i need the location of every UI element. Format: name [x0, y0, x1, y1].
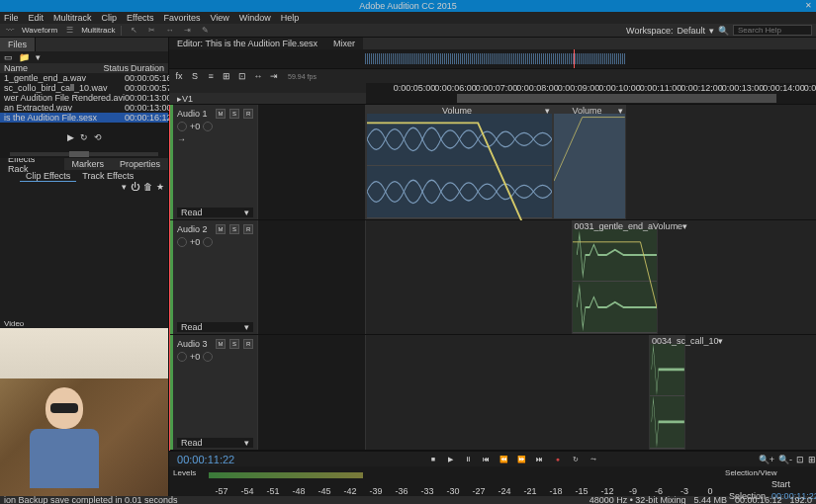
track-name-1[interactable]: Audio 1: [177, 109, 212, 119]
skip-button[interactable]: ⤳: [588, 454, 599, 465]
zoom-fit-icon[interactable]: ⊡: [796, 455, 804, 464]
mute-button[interactable]: M: [216, 339, 226, 349]
waveform-mode-icon[interactable]: 〰: [4, 25, 16, 37]
audio-clip[interactable]: Volume▾: [553, 105, 626, 219]
prev-marker-button[interactable]: ⏮: [481, 454, 493, 465]
waveform-mode-label[interactable]: Waveform: [22, 26, 57, 35]
menu-edit[interactable]: Edit: [29, 13, 45, 23]
solo-button[interactable]: S: [229, 339, 239, 349]
file-row[interactable]: sc_collo_bird_call_10.wav00:00:00:57: [0, 83, 168, 93]
tool-razor-icon[interactable]: ✂: [145, 25, 157, 37]
track-header-1[interactable]: Audio 1 M S R +0 → Read▾: [173, 105, 257, 219]
menu-effects[interactable]: Effects: [127, 13, 153, 23]
track-name-2[interactable]: Audio 2: [177, 224, 212, 234]
file-row[interactable]: wer Audition File Rendered.avi00:00:13:0…: [0, 93, 168, 103]
record-button[interactable]: ●: [552, 454, 564, 465]
multitrack-mode-icon[interactable]: ☰: [63, 25, 75, 37]
multitrack-mode-label[interactable]: Multitrack: [81, 26, 115, 35]
audio-clip[interactable]: 0034_sc_call_10▾: [649, 335, 685, 450]
play-button[interactable]: ▶: [445, 454, 457, 465]
timecode-display[interactable]: 00:00:11:22: [169, 454, 268, 465]
effects-star-icon[interactable]: ★: [156, 182, 164, 192]
search-help-input[interactable]: [733, 25, 812, 36]
new-file-icon[interactable]: ▭: [4, 52, 13, 62]
track-eq-3[interactable]: [257, 335, 366, 450]
play-icon[interactable]: ▶: [67, 132, 74, 142]
menu-file[interactable]: File: [4, 13, 19, 23]
stop-button[interactable]: ■: [427, 454, 439, 465]
track-eq-1[interactable]: [257, 105, 366, 219]
mute-button[interactable]: M: [216, 109, 226, 119]
forward-button[interactable]: ⏩: [516, 454, 528, 465]
video-clip[interactable]: [457, 94, 776, 103]
files-col-status[interactable]: Status: [99, 63, 129, 73]
hud-ripple2-icon[interactable]: ⇥: [268, 71, 280, 81]
video-track-lane[interactable]: [366, 93, 816, 104]
track-header-3[interactable]: Audio 3 M S R +0 Read▾: [173, 335, 257, 450]
file-row[interactable]: an Extracted.wav00:00:13:00: [0, 103, 168, 113]
properties-tab[interactable]: Properties: [112, 158, 168, 170]
window-close-icon[interactable]: ✕: [805, 0, 812, 12]
input-icon[interactable]: →: [177, 134, 186, 144]
clip-effects-tab[interactable]: Clip Effects: [20, 170, 76, 182]
pause-button[interactable]: ⏸: [463, 454, 475, 465]
volume-knob[interactable]: [177, 122, 187, 131]
timeline-overview[interactable]: [169, 49, 816, 69]
track-lane-3[interactable]: 0034_sc_call_10▾: [366, 335, 816, 450]
track-header-2[interactable]: Audio 2 M S R +0 Read▾: [173, 220, 257, 335]
workspace-value[interactable]: Default: [677, 26, 705, 36]
mixer-tab[interactable]: Mixer: [325, 38, 363, 49]
volume-knob[interactable]: [177, 237, 187, 247]
automation-mode[interactable]: Read▾: [177, 322, 253, 332]
hud-snap-icon[interactable]: ⊞: [221, 71, 232, 81]
track-eq-2[interactable]: [257, 220, 366, 335]
hud-group-icon[interactable]: ⊡: [236, 71, 248, 81]
filter-icon[interactable]: ▾: [36, 52, 41, 62]
files-tab[interactable]: Files: [0, 38, 36, 51]
playhead[interactable]: [169, 105, 170, 451]
editor-tab[interactable]: Editor: This is the Audition File.sesx: [169, 38, 325, 49]
video-preview[interactable]: [0, 328, 168, 496]
volume-knob[interactable]: [177, 352, 187, 362]
menu-multitrack[interactable]: Multitrack: [53, 13, 92, 23]
rewind-button[interactable]: ⏪: [499, 454, 510, 465]
files-col-name[interactable]: Name: [0, 63, 99, 73]
zoom-slider[interactable]: [69, 151, 89, 157]
timeline-ruler[interactable]: 0:00:05:00 0:00:06:00 0:00:07:00 0:00:08…: [366, 83, 816, 93]
tool-slip-icon[interactable]: ↔: [163, 25, 175, 37]
loop-icon[interactable]: ↻: [80, 132, 88, 142]
next-marker-button[interactable]: ⏭: [534, 454, 546, 465]
audio-clip[interactable]: Volume▾: [366, 105, 553, 219]
levels-meter[interactable]: -57-54-51-48-45-42-39-36-33-30-27-24-21-…: [209, 466, 723, 496]
hud-ripple-icon[interactable]: ↔: [252, 71, 264, 81]
files-col-duration[interactable]: Duration: [129, 63, 168, 73]
zoom-sel-icon[interactable]: ⊞: [808, 455, 816, 464]
record-button[interactable]: R: [243, 339, 253, 349]
solo-button[interactable]: S: [229, 109, 239, 119]
menu-window[interactable]: Window: [239, 13, 271, 23]
loop-button[interactable]: ↻: [570, 454, 582, 465]
menu-favorites[interactable]: Favorites: [163, 13, 200, 23]
pan-knob[interactable]: [203, 237, 213, 247]
file-row[interactable]: 1_gentle_end_a.wav00:00:05:16: [0, 73, 168, 83]
markers-tab[interactable]: Markers: [64, 158, 113, 170]
tool-brush-icon[interactable]: ✎: [199, 25, 211, 37]
track-lane-1[interactable]: Volume▾ Volume▾: [366, 105, 816, 219]
zoom-out-icon[interactable]: 🔍-: [778, 455, 792, 464]
record-button[interactable]: R: [243, 109, 253, 119]
record-button[interactable]: R: [243, 224, 253, 234]
track-name-3[interactable]: Audio 3: [177, 339, 212, 349]
pan-knob[interactable]: [203, 352, 213, 362]
menu-help[interactable]: Help: [281, 13, 300, 23]
solo-button[interactable]: S: [229, 224, 239, 234]
autoplay-icon[interactable]: ⟲: [94, 132, 102, 142]
effects-preset-icon[interactable]: ▾: [122, 182, 127, 192]
zoom-in-icon[interactable]: 🔍+: [759, 455, 774, 464]
track-lane-2[interactable]: 0031_gentle_end_aVolume▾: [366, 220, 816, 335]
hud-send-icon[interactable]: S: [189, 71, 201, 81]
automation-mode[interactable]: Read▾: [177, 438, 253, 448]
chevron-down-icon[interactable]: ▾: [709, 26, 714, 36]
tool-time-icon[interactable]: ⇥: [181, 25, 193, 37]
track-effects-tab[interactable]: Track Effects: [76, 170, 139, 182]
effects-power-icon[interactable]: ⏻: [131, 182, 139, 192]
